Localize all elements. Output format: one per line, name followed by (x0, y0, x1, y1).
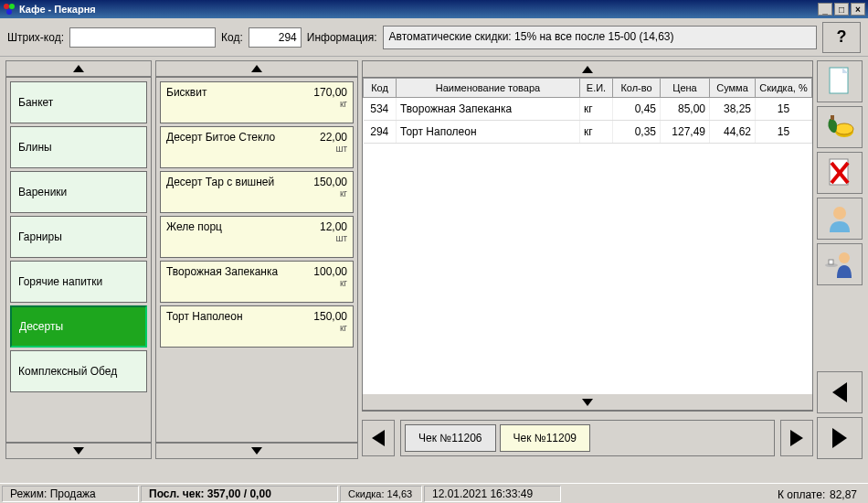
grid-scroll-up[interactable] (363, 61, 812, 78)
svg-point-20 (839, 252, 850, 263)
money-icon (824, 113, 855, 141)
product-unit: шт (320, 144, 347, 154)
svg-rect-15 (831, 115, 834, 120)
status-bar: Режим: Продажа Посл. чек: 357,00 / 0,00 … (0, 483, 868, 503)
category-item[interactable]: Вареники (10, 171, 147, 213)
product-list: Бисквит170,00кгДесерт Битое Стекло22,00ш… (155, 77, 358, 443)
category-item[interactable]: Гарниры (10, 216, 147, 258)
tabs-next[interactable] (780, 420, 813, 456)
svg-marker-3 (73, 65, 84, 72)
product-item[interactable]: Желе порц12,00шт (160, 216, 354, 258)
code-label: Код: (221, 31, 243, 44)
main-area: БанкетБлиныВареникиГарнирыГорячие напитк… (0, 57, 868, 459)
svg-marker-23 (832, 382, 847, 402)
product-unit: шт (320, 233, 347, 243)
category-item[interactable]: Комплексный Обед (10, 350, 147, 392)
doc-icon (827, 66, 852, 97)
receipt-tabs-row: Чек №11206Чек №11209 (362, 417, 813, 459)
product-price: 100,00 (313, 265, 347, 278)
new-receipt-button[interactable] (817, 60, 863, 102)
category-item[interactable]: Десерты (10, 305, 147, 348)
tabs-prev[interactable] (362, 420, 395, 456)
status-total: К оплате: 82,87 (778, 485, 866, 503)
side-button-bar (817, 60, 863, 459)
receipt-table: Код Наименование товара Е.И. Кол-во Цена… (363, 78, 812, 144)
col-name[interactable]: Наименование товара (397, 79, 580, 98)
svg-point-2 (6, 9, 12, 15)
barcode-input[interactable] (69, 27, 216, 48)
product-name: Торт Наполеон (166, 310, 313, 343)
product-name: Творожная Запеканка (166, 265, 313, 298)
info-label: Информация: (307, 31, 377, 44)
triangle-left-icon (832, 382, 847, 402)
product-item[interactable]: Бисквит170,00кг (160, 81, 354, 123)
col-unit[interactable]: Е.И. (580, 79, 613, 98)
product-price: 12,00 (320, 220, 347, 233)
category-item[interactable]: Банкет (10, 81, 147, 123)
receipt-tab[interactable]: Чек №11206 (405, 424, 496, 452)
svg-marker-8 (582, 399, 593, 406)
col-code[interactable]: Код (364, 79, 397, 98)
product-item[interactable]: Творожная Запеканка100,00кг (160, 261, 354, 303)
svg-point-0 (4, 4, 9, 9)
category-item[interactable]: Блины (10, 126, 147, 168)
svg-marker-6 (251, 447, 262, 455)
status-datetime: 12.01.2021 16:33:49 (424, 486, 561, 502)
receipt-tabs: Чек №11206Чек №11209 (400, 420, 775, 456)
receipt-tab[interactable]: Чек №11209 (500, 424, 591, 452)
customer-button[interactable] (817, 198, 863, 240)
app-icon (3, 3, 16, 16)
svg-marker-5 (251, 65, 262, 72)
product-item[interactable]: Десерт Битое Стекло22,00шт (160, 126, 354, 168)
category-scroll-down[interactable] (5, 443, 152, 459)
col-qty[interactable]: Кол-во (613, 79, 661, 98)
product-item[interactable]: Десерт Тар с вишней150,00кг (160, 171, 354, 213)
status-mode: Режим: Продажа (2, 486, 139, 502)
product-name: Десерт Тар с вишней (166, 176, 313, 209)
table-row[interactable]: 294Торт Наполеонкг0,35127,4944,6215 (364, 121, 812, 144)
status-discount: Скидка: 14,63 (340, 486, 422, 502)
product-scroll-down[interactable] (155, 443, 358, 459)
barcode-label: Штрих-код: (7, 31, 64, 44)
table-row[interactable]: 534Творожная Запеканкакг0,4585,0038,2515 (364, 98, 812, 121)
back-button[interactable] (817, 371, 863, 413)
svg-marker-9 (372, 430, 385, 446)
svg-marker-4 (73, 447, 84, 455)
maximize-button[interactable]: □ (834, 3, 849, 16)
col-disc[interactable]: Скидка, % (756, 79, 812, 98)
minimize-button[interactable]: _ (818, 3, 832, 16)
svg-point-14 (835, 123, 853, 134)
category-item[interactable]: Горячие напитки (10, 261, 147, 303)
triangle-right-icon (832, 428, 847, 448)
code-input[interactable] (249, 27, 302, 48)
grid-scroll-down[interactable] (363, 394, 812, 411)
product-price: 22,00 (320, 131, 347, 144)
help-button[interactable]: ? (822, 22, 861, 53)
category-scroll-up[interactable] (5, 60, 152, 77)
product-unit: кг (313, 99, 347, 109)
window-titlebar: Кафе - Пекарня _ □ × (0, 0, 868, 18)
delete-button[interactable] (817, 152, 863, 194)
product-price: 170,00 (313, 86, 347, 99)
receipt-grid: Код Наименование товара Е.И. Кол-во Цена… (362, 60, 813, 412)
product-price: 150,00 (313, 176, 347, 188)
delete-icon (826, 157, 853, 188)
product-unit: кг (313, 323, 347, 333)
payment-button[interactable] (817, 106, 863, 148)
forward-button[interactable] (817, 417, 863, 459)
category-list: БанкетБлиныВареникиГарнирыГорячие напитк… (5, 77, 152, 443)
person-icon (826, 203, 853, 234)
category-column: БанкетБлиныВареникиГарнирыГорячие напитк… (5, 60, 152, 459)
product-item[interactable]: Торт Наполеон150,00кг (160, 305, 354, 348)
close-button[interactable]: × (851, 3, 865, 16)
svg-marker-10 (790, 430, 803, 446)
svg-marker-24 (832, 428, 847, 448)
status-last-check: Посл. чек: 357,00 / 0,00 (141, 486, 338, 502)
col-price[interactable]: Цена (661, 79, 710, 98)
col-sum[interactable]: Сумма (710, 79, 756, 98)
product-column: Бисквит170,00кгДесерт Битое Стекло22,00ш… (155, 60, 358, 459)
product-scroll-up[interactable] (155, 60, 358, 77)
svg-point-19 (833, 207, 846, 219)
waiter-button[interactable] (817, 243, 863, 285)
svg-point-1 (9, 4, 15, 9)
